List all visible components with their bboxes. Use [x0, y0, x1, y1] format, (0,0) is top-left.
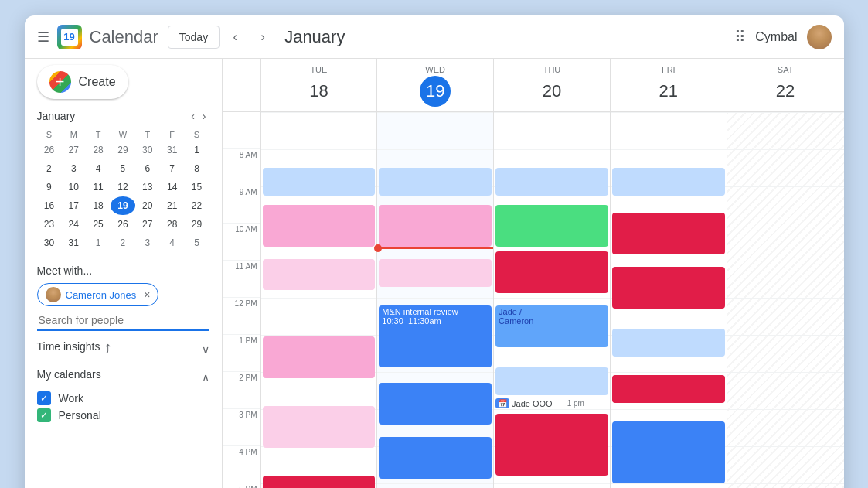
event-block[interactable] — [263, 168, 376, 196]
day-header-t1: T — [86, 128, 111, 141]
create-button[interactable]: + Create — [37, 65, 128, 99]
mini-cal-day[interactable]: 31 — [61, 234, 86, 252]
mini-cal-day[interactable]: 26 — [37, 141, 62, 159]
mini-cal-day[interactable]: 1 — [185, 141, 209, 159]
mini-cal-day[interactable]: 14 — [160, 178, 185, 196]
person-chip[interactable]: Cameron Jones × — [37, 283, 159, 306]
mini-cal-day[interactable]: 19 — [111, 196, 135, 215]
avatar[interactable] — [807, 25, 832, 49]
mini-cal-prev[interactable]: ‹ — [188, 108, 198, 124]
day-header-wed: WED 19 — [377, 59, 494, 111]
mini-cal-day[interactable]: 3 — [135, 234, 160, 252]
day-col-thu[interactable]: Jade / CameronCatch up 2:15-3pm📅 Jade OO… — [494, 112, 611, 488]
event-block[interactable] — [379, 205, 492, 247]
sat-num[interactable]: 22 — [770, 76, 801, 107]
mini-cal-day[interactable]: 21 — [160, 196, 185, 215]
event-block[interactable] — [263, 406, 376, 448]
mini-cal-day[interactable]: 18 — [86, 196, 111, 215]
personal-calendar-checkbox[interactable]: ✓ — [37, 408, 51, 422]
mini-cal-day[interactable]: 1 — [86, 234, 111, 252]
mini-cal-day[interactable]: 4 — [86, 159, 111, 178]
search-people-input[interactable] — [37, 311, 209, 331]
mini-cal-day[interactable]: 13 — [135, 178, 160, 196]
event-block[interactable] — [612, 329, 725, 357]
event-block[interactable] — [495, 168, 608, 196]
event-block[interactable] — [379, 437, 492, 479]
mini-cal-day[interactable]: 30 — [135, 141, 160, 159]
mini-cal-day[interactable]: 7 — [160, 159, 185, 178]
mini-cal-day[interactable]: 3 — [61, 159, 86, 178]
mini-cal-day[interactable]: 25 — [86, 215, 111, 234]
tue-num[interactable]: 18 — [303, 76, 334, 107]
work-calendar-label: Work — [59, 392, 83, 404]
mini-cal-day[interactable]: 10 — [61, 178, 86, 196]
mini-cal-day[interactable]: 11 — [86, 178, 111, 196]
event-block[interactable] — [612, 213, 725, 254]
time-insights-chevron[interactable]: ∨ — [202, 343, 209, 356]
day-col-wed[interactable]: M&N internal review 10:30–11:30amDo yoga — [377, 112, 494, 488]
mini-cal-next[interactable]: › — [199, 108, 209, 124]
event-block[interactable] — [612, 267, 725, 309]
time-label: 5 PM — [223, 483, 260, 488]
mini-cal-day[interactable]: 29 — [111, 141, 135, 159]
mini-cal-day[interactable]: 30 — [37, 234, 62, 252]
next-arrow[interactable]: › — [250, 25, 275, 49]
today-button[interactable]: Today — [168, 26, 220, 49]
fri-num[interactable]: 21 — [653, 76, 684, 107]
mini-cal-day[interactable]: 5 — [111, 159, 135, 178]
mini-cal-day[interactable]: 26 — [111, 215, 135, 234]
event-block[interactable] — [379, 168, 492, 196]
mini-cal-day[interactable]: 12 — [111, 178, 135, 196]
thu-num[interactable]: 20 — [536, 76, 567, 107]
event-block[interactable] — [379, 259, 492, 287]
calendar-item-personal[interactable]: ✓ Personal — [37, 408, 209, 422]
mini-cal-day[interactable]: 17 — [61, 196, 86, 215]
mini-cal-day[interactable]: 16 — [37, 196, 62, 215]
event-block[interactable] — [263, 205, 376, 247]
event-block[interactable]: Jade / Cameron — [495, 305, 608, 347]
mini-cal-day[interactable]: 8 — [185, 159, 209, 178]
event-block[interactable] — [263, 259, 376, 290]
mini-cal-day[interactable]: 15 — [185, 178, 209, 196]
mini-cal-day[interactable]: 27 — [61, 141, 86, 159]
event-block[interactable] — [612, 375, 725, 403]
work-calendar-checkbox[interactable]: ✓ — [37, 391, 51, 405]
mini-cal-day[interactable]: 27 — [135, 215, 160, 234]
day-col-fri[interactable] — [611, 112, 727, 488]
mini-cal-day[interactable]: 31 — [160, 141, 185, 159]
grid-icon[interactable]: ⠿ — [734, 28, 746, 46]
mini-cal-day[interactable]: 2 — [37, 159, 62, 178]
mini-cal-day[interactable]: 28 — [86, 141, 111, 159]
event-block[interactable] — [612, 168, 725, 196]
event-block[interactable] — [379, 383, 492, 425]
event-block[interactable] — [495, 414, 608, 476]
mini-cal-day[interactable]: 22 — [185, 196, 209, 215]
calendar-item-work[interactable]: ✓ Work — [37, 391, 209, 405]
mini-cal-nav: ‹ › — [188, 108, 209, 124]
my-calendars-chevron[interactable]: ∧ — [202, 371, 209, 384]
day-col-sat[interactable] — [727, 112, 844, 488]
meet-with-title: Meet with... — [37, 264, 209, 277]
event-block[interactable] — [495, 367, 608, 395]
event-block[interactable] — [495, 205, 608, 247]
wed-num[interactable]: 19 — [420, 76, 451, 107]
mini-cal-day[interactable]: 23 — [37, 215, 62, 234]
mini-cal-day[interactable]: 9 — [37, 178, 62, 196]
mini-cal-day[interactable]: 29 — [185, 215, 209, 234]
event-block[interactable]: M&N internal review 10:30–11:30am — [379, 305, 492, 367]
mini-cal-day[interactable]: 28 — [160, 215, 185, 234]
event-block[interactable] — [263, 336, 376, 378]
mini-cal-day[interactable]: 20 — [135, 196, 160, 215]
mini-cal-day[interactable]: 6 — [135, 159, 160, 178]
event-block[interactable] — [495, 251, 608, 293]
mini-cal-day[interactable]: 2 — [111, 234, 135, 252]
event-block[interactable] — [612, 421, 725, 483]
hamburger-icon[interactable]: ☰ — [37, 29, 49, 46]
prev-arrow[interactable]: ‹ — [223, 25, 247, 49]
mini-cal-day[interactable]: 4 — [160, 234, 185, 252]
mini-cal-day[interactable]: 24 — [61, 215, 86, 234]
event-block[interactable] — [263, 476, 376, 488]
day-col-tue[interactable] — [261, 112, 378, 488]
mini-cal-day[interactable]: 5 — [185, 234, 209, 252]
remove-person-icon[interactable]: × — [144, 288, 150, 301]
